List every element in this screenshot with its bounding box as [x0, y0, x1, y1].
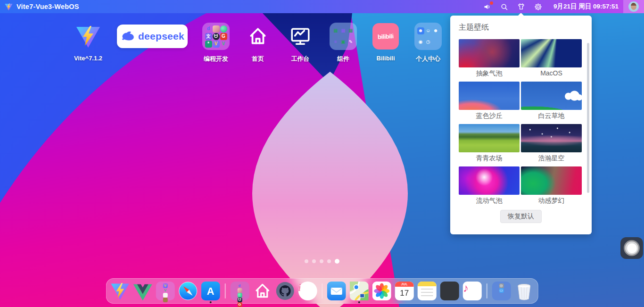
restore-default-button[interactable]: 恢复默认: [500, 210, 542, 223]
dock-photos-icon[interactable]: [372, 282, 391, 300]
wallpaper-option-grassland[interactable]: 白云草地: [521, 82, 582, 120]
assistive-ring: [624, 240, 640, 256]
avatar: [628, 1, 639, 12]
user-avatar-button[interactable]: [623, 0, 644, 13]
desktop-icon-personal-center[interactable]: ☻☺☻◉◷个人中心: [414, 22, 442, 63]
dock-calendar-icon[interactable]: JUL17: [395, 282, 414, 300]
dock-calculator-icon[interactable]: [440, 282, 459, 300]
podcast-mini-icon: ◉: [417, 39, 424, 46]
window-title: Vite7-Vue3-WebOS: [17, 3, 79, 10]
dock-trash-icon[interactable]: [514, 282, 533, 300]
dock-github-icon[interactable]: [275, 282, 294, 300]
desktop-icon-vite[interactable]: Vite^7.1.2: [75, 22, 101, 62]
dunes-thumbnail[interactable]: [459, 82, 520, 110]
desktop-icon-home[interactable]: 首页: [245, 22, 271, 63]
page-dot-2[interactable]: [312, 259, 316, 263]
settings-gear-icon[interactable]: [534, 2, 543, 11]
deepseek-icon: deepseek: [117, 22, 188, 51]
deepseek-wordmark: deepseek: [138, 31, 184, 42]
assistive-ring-inner: [625, 241, 638, 255]
github-mini-icon: ᗢ: [237, 298, 242, 302]
dock-appstore-icon[interactable]: A: [201, 282, 220, 300]
wallpaper-option-farm[interactable]: 青青农场: [459, 124, 520, 163]
components-icon: ▦▦▦≡▣✎: [330, 22, 357, 51]
form-mini-icon: ▣: [340, 39, 347, 46]
dock-launchpad-folder-icon[interactable]: VV: [156, 282, 175, 300]
table2-mini-icon: ▦: [340, 27, 347, 34]
page-dot-1[interactable]: [305, 259, 308, 263]
green-orb-mini-icon: [237, 293, 242, 298]
search-icon[interactable]: [500, 2, 509, 11]
deepseek-widget[interactable]: deepseek: [117, 25, 188, 48]
bubbles-thumbnail[interactable]: [459, 166, 520, 195]
desktop-icon-components[interactable]: ▦▦▦≡▣✎组件: [330, 22, 357, 63]
wallpaper-option-macos[interactable]: MacOS: [521, 39, 582, 78]
vite-mini-icon: V: [213, 41, 220, 48]
coding-dev-icon: d文ᗢG*VV: [202, 22, 230, 51]
dev-folder-tile: dᗢG文*❄: [230, 282, 249, 300]
dock-dev-folder-icon[interactable]: dᗢG文*❄: [230, 282, 249, 300]
dock-home-icon[interactable]: [253, 282, 272, 300]
vue-mini-icon: V: [163, 288, 168, 293]
user-card-mini-icon: ☻: [417, 27, 424, 34]
wallpaper-option-starry[interactable]: 浩瀚星空: [521, 124, 582, 163]
notification-badge: [490, 1, 493, 5]
personal-center-label: 个人中心: [416, 55, 440, 63]
github-mini-icon: ᗢ: [213, 33, 220, 40]
panel-scrollbar[interactable]: [587, 43, 589, 193]
panel-caret: [518, 13, 524, 16]
theme-wallpaper-icon[interactable]: [517, 2, 526, 11]
svg-text:A: A: [207, 285, 215, 297]
volume-icon[interactable]: [483, 2, 492, 11]
appstore-running-indicator: [210, 301, 212, 303]
dock-vue-icon[interactable]: [133, 282, 152, 300]
page-dot-3[interactable]: [320, 259, 323, 263]
desktop-icon-bilibili[interactable]: bilibiliBilibili: [372, 22, 399, 62]
list-mini-icon: ≡: [332, 39, 339, 46]
avatar-mini-icon: [237, 288, 242, 293]
avatar-mini-icon: [213, 25, 220, 33]
dock-notes-icon[interactable]: [418, 282, 437, 300]
wallpaper-option-bubbles[interactable]: 流动气泡: [459, 166, 520, 205]
wallpaper-option-dunes[interactable]: 蓝色沙丘: [459, 82, 520, 120]
page-dot-4[interactable]: [327, 259, 331, 263]
dock-misc-folder-icon[interactable]: ◎▭: [492, 282, 511, 300]
dream-thumbnail[interactable]: [521, 166, 582, 195]
datetime-display[interactable]: 9月21日 周日 09:57:51: [553, 2, 619, 11]
desktop-icon-workspace[interactable]: 工作台: [287, 22, 314, 63]
launchpad-folder-tile: VV: [156, 282, 175, 300]
assistive-touch-button[interactable]: [620, 237, 643, 259]
clock-mini-icon: ◷: [425, 39, 432, 46]
starry-name: 浩瀚星空: [521, 154, 582, 163]
macos-thumbnail[interactable]: [521, 39, 582, 67]
workspace-icon: [289, 22, 311, 51]
panel-title: 主题壁纸: [459, 23, 583, 33]
starry-thumbnail[interactable]: [521, 124, 582, 152]
dock-safari-icon[interactable]: [179, 282, 198, 300]
dock-music-icon[interactable]: ♪: [463, 282, 482, 300]
farm-thumbnail[interactable]: [459, 124, 520, 152]
page-dot-5-active[interactable]: [335, 259, 339, 264]
green-orb-mini-icon: [220, 25, 227, 33]
dock-mail-icon[interactable]: [327, 282, 346, 300]
components-folder-tile: ▦▦▦≡▣✎: [330, 23, 357, 50]
desktop-page-indicator: [0, 259, 644, 264]
desktop-icon-coding-dev[interactable]: d文ᗢG*VV编程开发: [202, 22, 230, 63]
desktop-icon-deepseek[interactable]: deepseek: [117, 22, 188, 51]
dock-info-icon[interactable]: i: [298, 282, 317, 300]
dream-name: 动感梦幻: [521, 196, 582, 205]
misc-folder-tile: ◎▭: [492, 282, 511, 300]
dock-vite-icon[interactable]: [111, 282, 130, 300]
assistive-core: [627, 243, 637, 253]
coding-dev-label: 编程开发: [204, 55, 228, 63]
coding-dev-folder-tile: d文ᗢG*VV: [202, 23, 230, 50]
wallpaper-petal-shape: [174, 71, 486, 307]
wallpaper-option-dream[interactable]: 动感梦幻: [521, 166, 582, 205]
abstract-name: 抽象气泡: [459, 69, 520, 78]
user-mini-icon: ☺: [425, 27, 432, 34]
mail-mini-mini-icon: ▭: [499, 288, 504, 293]
wallpaper-option-abstract[interactable]: 抽象气泡: [459, 39, 520, 78]
grassland-thumbnail[interactable]: [521, 82, 582, 110]
abstract-thumbnail[interactable]: [459, 39, 520, 67]
dock-maps-icon[interactable]: [350, 282, 369, 300]
